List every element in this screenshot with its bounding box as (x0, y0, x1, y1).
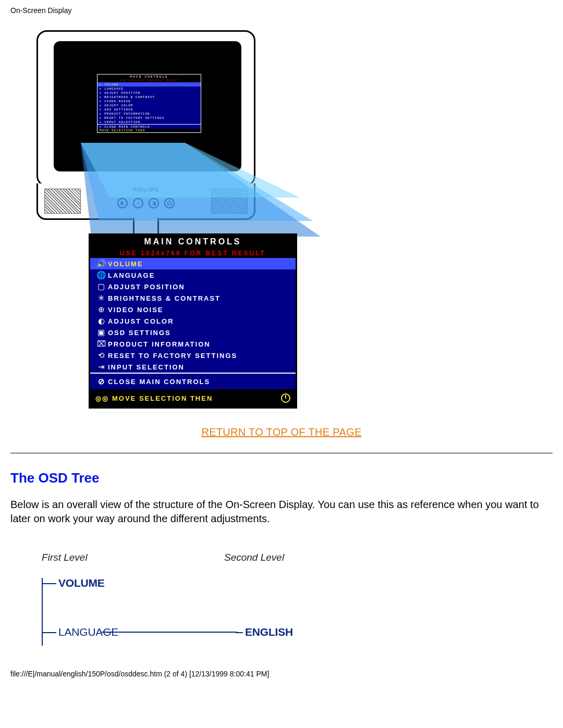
monitor-knobs: ◐ ☼ ◑ ⏻ (117, 198, 175, 208)
osd-title: MAIN CONTROLS (90, 235, 296, 249)
tree-node-english: ENGLISH (245, 626, 293, 638)
crt-base: PHILIPS ◐ ☼ ◑ ⏻ (36, 183, 255, 220)
osd-move-hint: ◎◎ MOVE SELECTION THEN (90, 389, 296, 407)
speaker-grill-icon (211, 189, 248, 214)
crt-monitor: MAIN CONTROLS USE 1024x768 FOR BEST RESU… (36, 30, 255, 249)
osd-item-label: LANGUAGE (108, 272, 155, 279)
osd-item-video-noise[interactable]: ⊕ VIDEO NOISE (90, 304, 296, 315)
osd-small-item: ▸ VOLUME (97, 82, 201, 87)
tree-vertical-line (42, 578, 43, 646)
osd-small-close: ▸ CLOSE MAIN CONTROLS (97, 124, 201, 129)
input-icon: ⇥ (95, 362, 108, 372)
knob-icon: ⏻ (164, 198, 175, 208)
osd-small-item: ▸ PRODUCT INFORMATION (97, 112, 201, 116)
osd-resolution-hint: USE 1024x768 FOR BEST RESULT (90, 249, 296, 258)
osd-small-item: ▸ INPUT SELECTION (97, 120, 201, 124)
color-icon: ◐ (95, 316, 108, 326)
osd-small-move-hint: MOVE SELECTION THEN (97, 129, 201, 132)
crt-bezel: MAIN CONTROLS USE 1024x768 FOR BEST RESU… (36, 30, 255, 187)
osd-close-main-controls[interactable]: ⊘ CLOSE MAIN CONTROLS (90, 373, 296, 389)
monitor-brand-label: PHILIPS (133, 187, 159, 193)
tree-horizontal-line (102, 632, 237, 633)
brightness-icon: ✳ (95, 293, 108, 303)
osd-small-item: ▸ ADJUST COLOR (97, 103, 201, 107)
close-icon: ⊘ (95, 377, 108, 386)
osd-small-item: ▸ VIDEO NOISE (97, 99, 201, 103)
osd-item-input-selection[interactable]: ⇥ INPUT SELECTION (90, 361, 296, 373)
osd-tree-diagram: First Level Second Level VOLUME LANGUAGE… (31, 552, 553, 646)
osd-move-hint-label: MOVE SELECTION THEN (112, 394, 213, 402)
tree-header-first-level: First Level (42, 552, 88, 563)
osd-item-product-info[interactable]: ⌧ PRODUCT INFORMATION (90, 338, 296, 350)
ok-knob-icon (281, 393, 290, 403)
osd-item-label: OSD SETTINGS (108, 329, 171, 337)
globe-icon: 🌐 (95, 270, 108, 280)
osd-small-item: ▸ RESET TO FACTORY SETTINGS (97, 116, 201, 120)
knob-icon: ☼ (133, 198, 143, 208)
osd-figure: MAIN CONTROLS USE 1024x768 FOR BEST RESU… (36, 30, 308, 421)
crt-screen: MAIN CONTROLS USE 1024x768 FOR BEST RESU… (54, 41, 241, 171)
osd-small-item: ▸ LANGUAGE (97, 87, 201, 91)
noise-icon: ⊕ (95, 305, 108, 314)
osd-close-label: CLOSE MAIN CONTROLS (108, 378, 210, 386)
osd-item-adjust-color[interactable]: ◐ ADJUST COLOR (90, 315, 296, 327)
osd-item-volume[interactable]: 🔊 VOLUME (90, 258, 296, 269)
osd-item-label: BRIGHTNESS & CONTRAST (108, 294, 221, 302)
osd-item-brightness-contrast[interactable]: ✳ BRIGHTNESS & CONTRAST (90, 292, 296, 304)
osd-large-panel: MAIN CONTROLS USE 1024x768 FOR BEST RESU… (89, 233, 297, 409)
volume-icon: 🔊 (95, 259, 108, 268)
osd-small-panel: MAIN CONTROLS USE 1024x768 FOR BEST RESU… (97, 74, 201, 133)
reset-icon: ⟲ (95, 351, 108, 360)
tree-header-second-level: Second Level (224, 552, 284, 563)
osd-item-osd-settings[interactable]: ▣ OSD SETTINGS (90, 327, 296, 338)
speaker-grill-icon (44, 189, 81, 214)
osd-item-reset[interactable]: ⟲ RESET TO FACTORY SETTINGS (90, 350, 296, 361)
settings-icon: ▣ (95, 328, 108, 337)
knob-icon: ◑ (149, 198, 159, 208)
info-icon: ⌧ (95, 339, 108, 349)
return-to-top: RETURN TO TOP OF THE PAGE (10, 426, 553, 438)
osd-item-language[interactable]: 🌐 LANGUAGE (90, 269, 296, 281)
osd-small-item: ▸ OSD SETTINGS (97, 107, 201, 112)
section-title-osd-tree: The OSD Tree (10, 470, 553, 486)
osd-small-item: ▸ BRIGHTNESS & CONTRAST (97, 95, 201, 99)
dial-icon: ◎◎ (95, 394, 109, 402)
page-footer: file:///E|/manual/english/150P/osd/osdde… (10, 670, 553, 678)
osd-item-label: VIDEO NOISE (108, 306, 164, 314)
osd-item-label: PRODUCT INFORMATION (108, 340, 211, 348)
position-icon: ▢ (95, 282, 108, 291)
osd-item-label: ADJUST COLOR (108, 317, 174, 325)
osd-item-label: INPUT SELECTION (108, 363, 185, 371)
osd-small-item: ▸ ADJUST POSITION (97, 91, 201, 95)
tree-node-volume: VOLUME (58, 577, 105, 589)
page-header: On-Screen Display (10, 6, 553, 15)
return-to-top-link[interactable]: RETURN TO TOP OF THE PAGE (201, 426, 361, 438)
osd-item-adjust-position[interactable]: ▢ ADJUST POSITION (90, 281, 296, 292)
osd-tree-description: Below is an overall view of the structur… (10, 498, 553, 526)
osd-small-title: MAIN CONTROLS (97, 75, 201, 79)
divider (10, 453, 553, 453)
osd-item-label: RESET TO FACTORY SETTINGS (108, 352, 237, 360)
osd-item-label: ADJUST POSITION (108, 283, 185, 291)
osd-item-label: VOLUME (108, 260, 143, 268)
knob-icon: ◐ (117, 198, 128, 208)
